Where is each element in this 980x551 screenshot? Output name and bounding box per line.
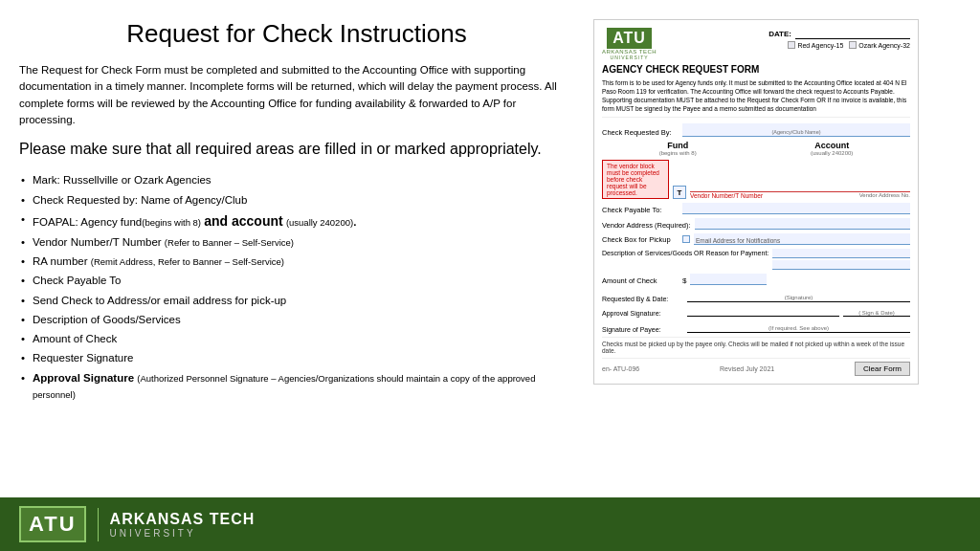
sign-date-label: ( Sign & Date) [858,310,895,316]
vendor-warning: The vendor block must be completed befor… [602,160,669,199]
check-payable-row: Check Payable To: [602,203,910,214]
signature-sublabel: (Signature) [785,295,813,300]
bullet-text: RA number (Remit Address, Refer to Banne… [33,255,284,267]
form-number: en- ATU-096 [602,365,639,372]
account-item: Account (usually 240200) [811,141,853,156]
requested-by-row: Requested By & Date: (Signature) [602,289,910,302]
footer-note: Checks must be picked up by the payee on… [602,337,910,354]
date-field[interactable] [795,28,910,39]
page-title: Request for Check Instructions [19,19,574,49]
agency-club-field[interactable]: (Agency/Club Name) [682,123,910,137]
list-item: Vendor Number/T Number (Refer to Banner … [19,232,574,252]
vendor-number-label: Vendor Number/T Number [690,192,763,199]
t-label: T [678,188,682,197]
signature-field[interactable]: (Signature) [687,289,910,302]
footer-logo: ATU ARKANSAS TECH UNIVERSITY [19,506,255,542]
amount-label: Amount of Check [602,276,679,285]
intro-text: The Request for Check Form must be compl… [19,62,574,128]
vendor-address-field[interactable] [695,218,910,230]
agency-checkboxes: Red Agency-15 Ozark Agency-32 [788,41,910,49]
requested-by-label: Requested By & Date: [602,296,683,302]
highlight-text: Please make sure that all required areas… [19,140,574,160]
email-label: Email Address for Notifications [696,237,780,244]
pickup-checkbox[interactable] [682,235,690,243]
amount-field[interactable] [690,274,767,285]
if-required-label: (If required. See above) [768,325,829,331]
checkbox-ozark[interactable] [849,41,857,49]
account-sublabel: (usually 240200) [811,150,853,156]
bullet-text: Vendor Number/T Number (Refer to Banner … [33,236,294,248]
payee-sig-label: Signature of Payee: [602,326,683,333]
list-item: RA number (Remit Address, Refer to Banne… [19,253,574,272]
check-payable-field[interactable] [682,203,910,214]
check-requested-label: Check Requested By: [602,128,679,137]
bullet-text: Check Requested by: Name of Agency/Club [33,194,247,206]
list-item: Mark: Russellville or Ozark Agencies [19,171,574,190]
checkbox-red-label: Red Agency-15 [797,42,843,49]
vendor-address-text: Vendor Address (Required): [602,221,691,230]
list-item: Amount of Check [19,330,574,349]
list-item: FOAPAL: Agency fund(begins with 8) and a… [19,209,574,232]
checkbox-red[interactable] [788,41,795,49]
amount-row: Amount of Check $ [602,274,910,285]
bullet-text: Send Check to Address/or email address f… [33,295,286,306]
dollar-sign: $ [682,276,686,285]
vendor-address-label: Vendor Address (Required): [602,221,691,230]
form-panel: ATU ARKANSAS TECH UNIVERSITY DATE: [593,19,919,385]
vendor-address-row: Vendor Address (Required): [602,218,910,230]
form-bottom-bar: en- ATU-096 Revised July 2021 Clear Form [602,358,910,376]
date-section: DATE: Red Agency-15 Ozark Agency-32 [768,28,910,49]
fund-account-row: Fund (begins with 8) Account (usually 24… [602,141,910,156]
footer-brand-text: ARKANSAS TECH UNIVERSITY [110,511,256,539]
bullet-text: Check Payable To [33,275,121,286]
list-item: Description of Goods/Services [19,310,574,329]
approval-label: Approval Signature: [602,310,683,317]
bullet-text: Description of Goods/Services [33,314,181,325]
payee-signature-row: Signature of Payee: (If required. See ab… [602,320,910,333]
vendor-number-row: The vendor block must be completed befor… [602,160,910,199]
email-notification-field[interactable]: Email Address for Notifications [694,233,910,245]
description-field-1[interactable] [772,249,910,258]
right-panel: ATU ARKANSAS TECH UNIVERSITY DATE: [593,19,919,488]
bullet-text: Requester Signature [33,352,133,364]
approval-sig-field[interactable] [687,305,839,317]
footer-brand-name: ARKANSAS TECH [110,511,256,528]
footer-atu-box: ATU [19,506,86,542]
left-panel: Request for Check Instructions The Reque… [19,19,574,488]
content-area: Request for Check Instructions The Reque… [0,0,980,497]
fund-sublabel: (begins with 8) [659,150,697,156]
description-fields [772,249,910,270]
pickup-row: Check Box for Pickup Email Address for N… [602,233,910,245]
bullet-text: Mark: Russellville or Ozark Agencies [33,174,212,186]
atu-logo-box: ATU [607,28,652,49]
bullet-text: Amount of Check [33,333,117,344]
approval-signature-row: Approval Signature: ( Sign & Date) [602,305,910,317]
ozark-agency-checkbox[interactable]: Ozark Agency-32 [849,41,910,49]
fund-item: Fund (begins with 8) [659,141,697,156]
list-item: Check Payable To [19,272,574,291]
description-row: Description of Services/Goods OR Reason … [602,249,910,270]
atu-logo: ATU ARKANSAS TECH UNIVERSITY [602,28,657,60]
page-footer: ATU ARKANSAS TECH UNIVERSITY [0,497,980,551]
check-payable-label: Check Payable To: [602,206,679,214]
description-field-2[interactable] [772,260,910,270]
vendor-number-section: Vendor Number/T Number Vendor Address No… [690,191,910,199]
main-container: Request for Check Instructions The Reque… [0,0,980,551]
sign-date-field[interactable]: ( Sign & Date) [843,305,910,317]
list-item: Approval Signature (Authorized Personnel… [19,368,574,405]
form-title: AGENCY CHECK REQUEST FORM [602,64,910,75]
bullet-list: Mark: Russellville or Ozark Agencies Che… [19,171,574,405]
atu-acronym: ATU [612,30,646,46]
clear-form-button[interactable]: Clear Form [855,362,910,376]
bullet-text: FOAPAL: Agency fund(begins with 8) and a… [33,216,356,228]
footer-atu-text: ATU [29,512,77,536]
list-item: Check Requested by: Name of Agency/Club [19,190,574,209]
red-agency-checkbox[interactable]: Red Agency-15 [788,41,843,49]
bullet-text: Approval Signature (Authorized Personnel… [33,372,535,400]
description-label: Description of Services/Goods OR Reason … [602,249,768,257]
pickup-label: Check Box for Pickup [602,235,679,244]
list-item: Requester Signature [19,349,574,368]
payee-sig-field[interactable]: (If required. See above) [687,320,910,333]
vendor-address-no-label: Vendor Address No. [859,192,910,199]
form-header: ATU ARKANSAS TECH UNIVERSITY DATE: [602,28,910,60]
